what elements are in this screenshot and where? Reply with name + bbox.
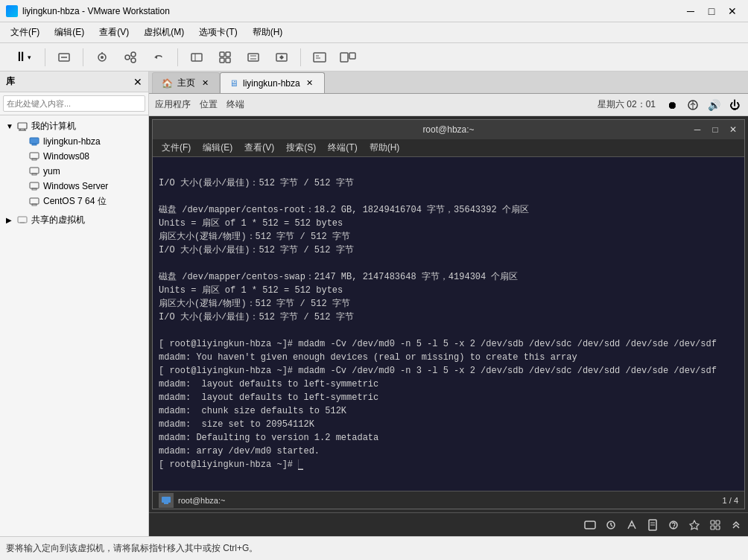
snapshot-button[interactable] (89, 46, 115, 69)
svg-rect-40 (32, 188, 37, 190)
menu-bar: 文件(F) 编辑(E) 查看(V) 虚拟机(M) 选项卡(T) 帮助(H) (0, 22, 748, 43)
power-icon[interactable]: ⏻ (727, 98, 742, 112)
vm-tray-btn-4[interactable] (644, 516, 662, 534)
library-header: 库 ✕ (0, 71, 148, 92)
external-view-button[interactable] (335, 46, 361, 69)
terminal-close-button[interactable]: ✕ (725, 123, 741, 136)
console-view-button[interactable] (307, 46, 332, 69)
separator-3 (177, 48, 178, 66)
terminal-maximize-button[interactable]: □ (707, 123, 723, 136)
maximize-button[interactable]: □ (702, 4, 721, 19)
network-icon[interactable] (685, 98, 700, 112)
nav-apps[interactable]: 应用程序 (155, 98, 191, 111)
svg-marker-22 (279, 55, 282, 60)
send-ctrl-alt-del-button[interactable] (51, 46, 77, 69)
terminal-title-text: root@hbza:~ (422, 124, 474, 135)
tab-home-close[interactable]: ✕ (200, 78, 210, 89)
unity-button[interactable] (212, 46, 238, 69)
close-button[interactable]: ✕ (723, 4, 742, 19)
vm-tray-btn-8[interactable] (727, 516, 745, 534)
stretch-button[interactable] (269, 46, 294, 69)
svg-marker-23 (282, 55, 284, 60)
tree-item-liyingkun[interactable]: liyingkun-hbza (12, 134, 148, 149)
terminal-window: root@hbza:~ ─ □ ✕ 文件(F) 编辑(E) 查看(V) 搜索(S… (152, 119, 745, 509)
status-bar-text: 要将输入定向到该虚拟机，请将鼠标指针移入其中或按 Ctrl+G。 (6, 542, 258, 555)
terminal-title-controls: ─ □ ✕ (689, 123, 741, 136)
vm-tab-icon: 🖥 (229, 78, 238, 89)
svg-rect-59 (711, 521, 714, 524)
svg-rect-16 (226, 58, 230, 63)
volume-icon[interactable]: 🔊 (706, 98, 721, 112)
terminal-body[interactable]: I/O 大小(最小/最佳)：512 字节 / 512 字节 磁盘 /dev/ma… (153, 157, 744, 491)
menu-edit[interactable]: 编辑(E) (47, 23, 92, 42)
vm-icon-4 (28, 180, 40, 192)
term-menu-search[interactable]: 搜索(S) (280, 140, 322, 156)
svg-rect-33 (30, 138, 39, 144)
library-title: 库 (6, 75, 133, 88)
library-close-button[interactable]: ✕ (133, 76, 142, 88)
term-menu-edit[interactable]: 编辑(E) (197, 140, 238, 156)
pause-button[interactable]: ⏸▾ (6, 46, 39, 69)
shrink-button[interactable] (241, 46, 266, 69)
term-menu-help[interactable]: 帮助(H) (364, 140, 406, 156)
tree-item-centos[interactable]: CentOS 7 64 位 (12, 194, 148, 209)
vm-tray-btn-6[interactable] (685, 516, 703, 534)
terminal-minimize-button[interactable]: ─ (689, 123, 706, 136)
nav-location[interactable]: 位置 (200, 98, 218, 111)
record-icon[interactable]: ⏺ (665, 98, 679, 112)
menu-help[interactable]: 帮助(H) (245, 23, 291, 42)
svg-rect-27 (340, 53, 348, 62)
tree-item-yum[interactable]: yum (12, 164, 148, 179)
vm-icon-3 (28, 165, 40, 177)
tree-item-windows08[interactable]: Windows08 (12, 149, 148, 164)
svg-point-3 (101, 56, 104, 59)
svg-rect-36 (32, 159, 37, 160)
menu-file[interactable]: 文件(F) (3, 23, 47, 42)
svg-rect-42 (32, 204, 37, 206)
tree-item-shared[interactable]: ▶ 共享的虚拟机 (0, 212, 148, 228)
snapshot-manager-button[interactable] (118, 46, 143, 69)
full-screen-button[interactable] (184, 46, 209, 69)
nav-terminal[interactable]: 终端 (226, 98, 244, 111)
svg-line-52 (611, 525, 612, 526)
vm-icon-2 (28, 150, 40, 162)
toolbar: ⏸▾ (0, 43, 748, 71)
term-menu-terminal[interactable]: 终端(T) (322, 140, 363, 156)
tab-vm-close[interactable]: ✕ (305, 78, 315, 89)
terminal-page-info: 1 / 4 (723, 496, 738, 505)
menu-vm[interactable]: 虚拟机(M) (136, 23, 191, 42)
expand-spacer-4 (18, 182, 27, 191)
svg-rect-29 (18, 123, 27, 129)
vm-tray-btn-3[interactable] (623, 516, 641, 534)
svg-rect-17 (248, 54, 259, 61)
terminal-menu-bar: 文件(F) 编辑(E) 查看(V) 搜索(S) 终端(T) 帮助(H) (153, 139, 744, 157)
menu-view[interactable]: 查看(V) (92, 23, 136, 42)
tab-vm[interactable]: 🖥 liyingkun-hbza ✕ (220, 72, 325, 93)
terminal-content: I/O 大小(最小/最佳)：512 字节 / 512 字节 磁盘 /dev/ma… (159, 178, 717, 470)
separator-4 (300, 48, 301, 66)
restore-snapshot-button[interactable] (146, 46, 171, 69)
pause-dropdown[interactable]: ⏸▾ (6, 46, 39, 69)
vm-icon-1 (28, 136, 40, 147)
vm-tray-btn-2[interactable] (602, 516, 620, 534)
minimize-button[interactable]: ─ (681, 4, 700, 19)
vm-tray-btn-7[interactable] (706, 516, 724, 534)
tree-label-my-computer: 我的计算机 (31, 120, 76, 133)
expand-spacer-5 (18, 197, 27, 206)
svg-rect-60 (716, 521, 720, 524)
menu-tabs[interactable]: 选项卡(T) (191, 23, 244, 42)
svg-rect-47 (162, 497, 171, 503)
tab-home[interactable]: 🏠 主页 ✕ (152, 72, 220, 93)
svg-rect-39 (30, 182, 39, 188)
tree-label-liyingkun: liyingkun-hbza (43, 136, 101, 147)
term-menu-file[interactable]: 文件(F) (156, 140, 197, 156)
vm-tray-btn-5[interactable] (665, 516, 682, 534)
expand-spacer-3 (18, 167, 27, 176)
terminal-title-bar: root@hbza:~ ─ □ ✕ (153, 120, 744, 139)
vm-tray-btn-1[interactable] (581, 516, 599, 534)
tree-item-root[interactable]: ▼ 我的计算机 (0, 118, 148, 134)
search-input[interactable] (3, 95, 145, 112)
tree-item-windows-server[interactable]: Windows Server (12, 179, 148, 194)
term-menu-view[interactable]: 查看(V) (238, 140, 280, 156)
expand-spacer (18, 137, 27, 146)
